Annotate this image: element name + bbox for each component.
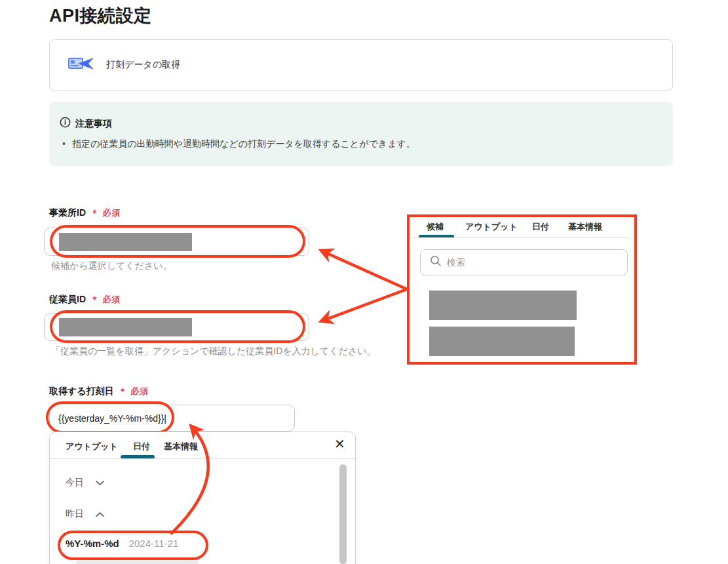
tab-output[interactable]: アウトプット (66, 441, 118, 453)
tab-date[interactable]: 日付 (532, 221, 549, 233)
required-badge: ＊ 必須 (90, 294, 121, 304)
required-badge: ＊ 必須 (119, 386, 149, 396)
date-picker-panel: アウトプット 日付 基本情報 ✕ 今日 昨日 %Y-%m-%d 2024-11-… (49, 432, 356, 564)
chevron-up-icon (96, 509, 104, 519)
stamp-date-label: 取得する打刻日＊ 必須 (49, 386, 149, 397)
search-box[interactable] (420, 249, 628, 275)
tab-date[interactable]: 日付 (133, 441, 150, 453)
redacted-suggestion-1[interactable] (429, 291, 577, 320)
suggestion-panel: 候補 アウトプット 日付 基本情報 (407, 214, 637, 365)
group-today[interactable]: 今日 (66, 477, 104, 489)
stamp-date-input[interactable] (49, 405, 295, 432)
tab-basic-info[interactable]: 基本情報 (164, 441, 198, 453)
info-icon (60, 117, 71, 131)
group-yesterday[interactable]: 昨日 (66, 508, 104, 520)
action-card[interactable]: 打刻データの取得 (49, 39, 673, 91)
chevron-down-icon (96, 477, 104, 488)
notice-title: 注意事項 (75, 118, 112, 130)
employee-id-label: 従業員ID＊ 必須 (49, 294, 121, 306)
notice-header: 注意事項 (60, 117, 112, 131)
redacted-suggestion-2[interactable] (429, 327, 575, 356)
date-format-example: 2024-11-21 (129, 538, 179, 549)
office-id-label: 事業所ID＊ 必須 (49, 207, 121, 219)
bullet: • (62, 138, 66, 150)
employee-id-helper: 「従業員の一覧を取得」アクションで確認した従業員IDを入力してください。 (51, 346, 376, 357)
timecard-import-icon (67, 54, 94, 76)
tab-divider (412, 237, 630, 238)
notice-item-text: 指定の従業員の出勤時間や退勤時間などの打刻データを取得することができます。 (72, 138, 415, 150)
date-format-token: %Y-%m-%d (66, 538, 119, 549)
date-format-item[interactable]: %Y-%m-%d 2024-11-21 (66, 538, 178, 549)
arrow-to-employee-id (322, 289, 407, 321)
tab-divider (50, 458, 355, 459)
search-icon (430, 255, 442, 270)
required-badge: ＊ 必須 (90, 208, 121, 218)
notice-item: • 指定の従業員の出勤時間や退勤時間などの打刻データを取得することができます。 (62, 138, 415, 150)
redacted-office-id-value (59, 233, 192, 251)
search-input[interactable] (447, 257, 604, 268)
redacted-employee-id-value (59, 318, 192, 336)
api-connection-settings-page: API接続設定 打刻データの取得 注意事項 • (0, 0, 728, 564)
tab-kouho[interactable]: 候補 (427, 221, 444, 233)
notice-box: 注意事項 • 指定の従業員の出勤時間や退勤時間などの打刻データを取得することがで… (49, 102, 673, 166)
tab-output[interactable]: アウトプット (465, 221, 518, 233)
scrollbar-thumb[interactable] (339, 464, 347, 564)
arrow-to-office-id (322, 251, 407, 289)
close-icon[interactable]: ✕ (334, 437, 345, 451)
tab-basic-info[interactable]: 基本情報 (568, 221, 602, 233)
office-id-helper: 候補から選択してください。 (51, 260, 172, 272)
page-title: API接続設定 (49, 4, 152, 28)
action-card-label: 打刻データの取得 (106, 59, 180, 71)
next-item-partial (75, 558, 199, 564)
